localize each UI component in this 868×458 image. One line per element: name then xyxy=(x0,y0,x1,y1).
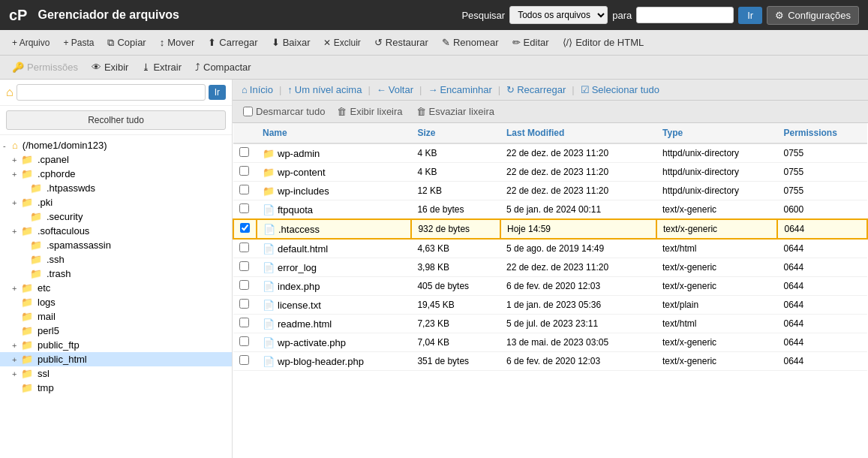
view-button[interactable]: 👁 Exibir xyxy=(86,59,135,75)
col-header-size[interactable]: Size xyxy=(411,123,500,143)
nav-inicio[interactable]: ⌂ Início xyxy=(239,83,276,97)
table-row[interactable]: 📄readme.html7,23 KB5 de jul. de 2023 23:… xyxy=(233,315,867,333)
show-trash-button[interactable]: 🗑 Exibir lixeira xyxy=(331,104,408,119)
html-editor-button[interactable]: ⟨/⟩ Editor de HTML xyxy=(557,35,650,50)
rename-button[interactable]: ✎ Renomear xyxy=(436,35,505,50)
path-go-button[interactable]: Ir xyxy=(209,85,226,100)
row-checkbox[interactable] xyxy=(239,336,249,346)
row-checkbox[interactable] xyxy=(239,166,249,176)
move-button[interactable]: ↕ Mover xyxy=(154,35,201,50)
nav-forward[interactable]: → Encaminhar xyxy=(425,83,494,97)
file-modified: 22 de dez. de 2023 11:20 xyxy=(500,258,656,277)
table-row[interactable]: 📄ftpquota16 de bytes5 de jan. de 2024 00… xyxy=(233,200,867,220)
table-row[interactable]: 📄wp-blog-header.php351 de bytes6 de fev.… xyxy=(233,352,867,371)
row-checkbox[interactable] xyxy=(240,223,250,233)
new-file-button[interactable]: + Arquivo xyxy=(6,35,56,50)
compress-button[interactable]: ⤴ Compactar xyxy=(189,59,257,75)
nav-reload[interactable]: ↻ Recarregar xyxy=(503,83,569,97)
sidebar-item-perl5[interactable]: 📁perl5 xyxy=(0,324,232,338)
row-checkbox[interactable] xyxy=(239,280,249,290)
file-actions-bar: Desmarcar tudo 🗑 Exibir lixeira 🗑 Esvazi… xyxy=(233,101,868,123)
col-header-permissions[interactable]: Permissions xyxy=(777,123,867,143)
sidebar-item-_ssh[interactable]: 📁.ssh xyxy=(0,252,232,267)
collapse-all-button[interactable]: Recolher tudo xyxy=(6,110,226,130)
nav-select-all[interactable]: ☑ Selecionar tudo xyxy=(578,83,662,97)
sidebar-item-public_ftp[interactable]: +📁public_ftp xyxy=(0,338,232,352)
sidebar-item-_trash[interactable]: 📁.trash xyxy=(0,267,232,281)
sidebar-item-label: tmp xyxy=(38,382,54,393)
sidebar-item-__home1_domin123_[interactable]: -⌂(/home1/domin123) xyxy=(0,138,232,152)
sidebar-item-_cpanel[interactable]: +📁.cpanel xyxy=(0,152,232,167)
expand-icon: + xyxy=(12,369,20,378)
sidebar-item-ssl[interactable]: +📁ssl xyxy=(0,366,232,381)
folder-icon: 📁 xyxy=(21,382,33,393)
app-container: cP Gerenciador de arquivos Pesquisar Tod… xyxy=(0,0,868,458)
file-permissions: 0644 xyxy=(777,296,867,315)
table-row[interactable]: 📄.htaccess932 de bytesHoje 14:59text/x-g… xyxy=(233,219,867,239)
sidebar-item-etc[interactable]: +📁etc xyxy=(0,281,232,295)
sidebar-item-_softaculous[interactable]: +📁.softaculous xyxy=(0,224,232,238)
file-icon: 📄 xyxy=(263,204,275,215)
table-row[interactable]: 📁wp-includes12 KB22 de dez. de 2023 11:2… xyxy=(233,182,867,200)
upload-button[interactable]: ⬆ Carregar xyxy=(202,35,263,50)
new-folder-button[interactable]: + Pasta xyxy=(57,35,100,50)
file-type: text/x-generic xyxy=(656,200,777,220)
home-icon: ⌂ xyxy=(242,84,248,95)
search-section: Pesquisar Todos os arquivosApenas nomeCo… xyxy=(461,6,859,25)
empty-trash-button[interactable]: 🗑 Esvaziar lixeira xyxy=(410,104,500,119)
edit-button[interactable]: ✏ Editar xyxy=(506,35,555,50)
permissions-button[interactable]: 🔑 Permissões xyxy=(6,59,84,75)
row-checkbox[interactable] xyxy=(239,203,249,213)
col-header-checkbox xyxy=(233,123,257,143)
sidebar-item-_security[interactable]: 📁.security xyxy=(0,209,232,224)
row-checkbox[interactable] xyxy=(239,261,249,271)
restore-button[interactable]: ↺ Restaurar xyxy=(368,35,434,50)
copy-button[interactable]: ⧉ Copiar xyxy=(101,35,152,51)
file-permissions: 0644 xyxy=(777,239,867,258)
sidebar-item-_cphorde[interactable]: +📁.cphorde xyxy=(0,167,232,181)
deselect-all-checkbox[interactable] xyxy=(243,107,253,116)
folder-icon: 📁 xyxy=(21,168,33,179)
sidebar-item-mail[interactable]: 📁mail xyxy=(0,309,232,324)
row-checkbox[interactable] xyxy=(239,147,249,157)
file-icon: 📄 xyxy=(263,300,275,311)
file-icon: 📁 xyxy=(263,185,275,197)
sidebar-item-logs[interactable]: 📁logs xyxy=(0,295,232,309)
file-modified: 22 de dez. de 2023 11:20 xyxy=(500,143,656,163)
row-checkbox[interactable] xyxy=(239,355,249,365)
config-button[interactable]: ⚙ Configurações xyxy=(767,6,859,25)
table-row[interactable]: 📄license.txt19,45 KB1 de jan. de 2023 05… xyxy=(233,296,867,315)
table-row[interactable]: 📄wp-activate.php7,04 KB13 de mai. de 202… xyxy=(233,333,867,352)
table-row[interactable]: 📄default.html4,63 KB5 de ago. de 2019 14… xyxy=(233,239,867,258)
nav-back[interactable]: ← Voltar xyxy=(374,83,416,97)
deselect-all-label[interactable]: Desmarcar tudo xyxy=(239,104,329,119)
file-name: wp-activate.php xyxy=(278,337,346,348)
table-row[interactable]: 📁wp-content4 KB22 de dez. de 2023 11:20h… xyxy=(233,163,867,182)
sidebar-item-public_html[interactable]: +📁public_html xyxy=(0,352,232,366)
search-go-button[interactable]: Ir xyxy=(738,7,762,24)
row-checkbox[interactable] xyxy=(239,299,249,309)
col-header-name[interactable]: Name xyxy=(257,123,411,143)
file-modified: 22 de dez. de 2023 11:20 xyxy=(500,163,656,182)
sidebar-item-_spamassassin[interactable]: 📁.spamassassin xyxy=(0,238,232,252)
sidebar-item-label: etc xyxy=(38,282,50,294)
nav-up[interactable]: ↑ Um nível acima xyxy=(284,83,365,97)
table-row[interactable]: 📁wp-admin4 KB22 de dez. de 2023 11:20htt… xyxy=(233,143,867,163)
extract-button[interactable]: ⤓ Extrair xyxy=(136,59,188,75)
row-checkbox[interactable] xyxy=(239,318,249,327)
row-checkbox[interactable] xyxy=(239,243,249,252)
col-header-type[interactable]: Type xyxy=(656,123,777,143)
download-button[interactable]: ⬇ Baixar xyxy=(266,35,317,50)
sidebar-item-tmp[interactable]: 📁tmp xyxy=(0,381,232,395)
sidebar-item-_pki[interactable]: +📁.pki xyxy=(0,195,232,209)
row-checkbox[interactable] xyxy=(239,185,249,194)
sidebar-item-_htpasswds[interactable]: 📁.htpasswds xyxy=(0,181,232,195)
col-header-last-modified[interactable]: Last Modified xyxy=(500,123,656,143)
search-input[interactable] xyxy=(636,7,734,23)
path-input[interactable]: public_html xyxy=(17,84,206,101)
table-row[interactable]: 📄error_log3,98 KB22 de dez. de 2023 11:2… xyxy=(233,258,867,277)
search-type-select[interactable]: Todos os arquivosApenas nomeConteúdo xyxy=(509,6,608,24)
file-type: text/plain xyxy=(656,296,777,315)
table-row[interactable]: 📄index.php405 de bytes6 de fev. de 2020 … xyxy=(233,277,867,296)
delete-button[interactable]: ✕ Excluir xyxy=(317,35,366,50)
